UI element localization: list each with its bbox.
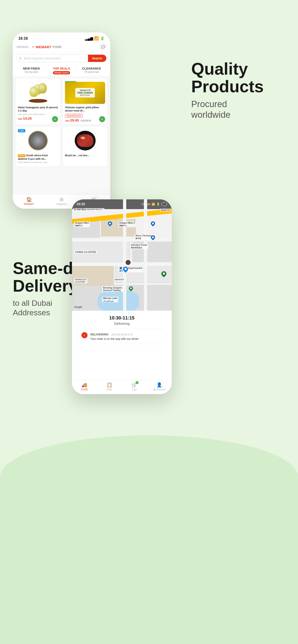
status-icons-1: ▂▄▆ 📶 🔋 [85, 36, 105, 40]
durian-currency: AED [65, 120, 69, 122]
tab-new-finds-sub: Our top picks [19, 71, 44, 73]
categories-nav-label: Categories [56, 203, 67, 206]
tagline-quality-main: QualityProducts [191, 60, 279, 95]
nav-wemart[interactable]: 🏠 WEMART [13, 196, 45, 206]
chat-button[interactable]: 💬 [100, 43, 107, 50]
nav2-account[interactable]: 👤 My Account [147, 382, 172, 391]
tagline-quality-products: QualityProducts Procuredworldwide [191, 60, 279, 120]
map-headphone-icon: 🎧 [161, 202, 167, 206]
tab-clearance[interactable]: CLEARANCE Till stocks last [77, 64, 107, 76]
beef-name: Brazil im... cut bee... [65, 154, 105, 157]
map-area: Street 1A Al Awir Road Dragon Mart购物中心 D… [72, 199, 172, 311]
map-background: Street 1A Al Awir Road Dragon Mart购物中心 D… [72, 199, 172, 311]
delivery-info: 10:30-11:15 Delivering ✓ DELIVERING 2023… [72, 311, 172, 349]
cart-nav2-label: Cart [132, 388, 136, 391]
import-badge: Import [18, 154, 26, 157]
delivery-tracking-card: ✓ DELIVERING 2023-09-08 08:19:12 Your or… [78, 329, 166, 344]
map-battery-icon: 🔋 [156, 202, 160, 206]
vert-road-1 [123, 199, 126, 311]
food-nav-label: FOOD [81, 388, 88, 391]
order-nav-icon: 📋 [107, 382, 112, 388]
search-input-wrapper: ⊡ Boat song fish new product Search [17, 54, 107, 62]
live-badge: Live [18, 129, 25, 132]
brand-area: WEMAR... ▼ WEMART FOOD [17, 45, 62, 49]
durian-save-badge: SaveAED10.00 [65, 114, 83, 118]
pear-currency: AED [18, 118, 22, 120]
map-label-emarati: EMARATI [114, 278, 125, 281]
map-label-warsan: Warsan Lakeبحيرة الورسان [102, 297, 118, 302]
user-location-pin [125, 259, 131, 266]
pear-add-button[interactable]: + [52, 116, 58, 122]
pear-image [18, 81, 58, 104]
search-placeholder: Boat song fish new product [24, 55, 88, 62]
account-nav-icon: 👤 [156, 382, 162, 388]
map-label-dragonmart2: Dragon Mart 2购物中心 [118, 222, 136, 227]
product-durian[interactable]: Organic WEMART 旺 KING DURIAN 榴莲自然成熟 Viet… [63, 79, 107, 124]
product-abalone[interactable]: Live ImportSouth africa fresh abalone 5 … [16, 127, 60, 167]
tagline-quality-sub: Procuredworldwide [191, 99, 279, 120]
tab-clearance-sub: Till stocks last [79, 71, 104, 73]
map-label-awir: Al Awir Road [73, 208, 88, 211]
beef-image [65, 129, 105, 152]
map-label-brewing: Brewing GadgetsGeneral Trading [102, 286, 123, 292]
tab-clearance-label: CLEARANCE [79, 67, 104, 70]
tab-top-deals-label: TOP DEALS [50, 67, 74, 70]
scan-icon: ⊡ [17, 54, 24, 62]
delivery-time-window: 10:30-11:15 [78, 315, 166, 320]
wemart-nav-icon: 🏠 [26, 196, 32, 202]
nav2-food[interactable]: 🚚 FOOD [72, 382, 97, 391]
wifi-icon: 📶 [94, 36, 99, 40]
map-time: 10:15 [77, 202, 85, 206]
nav2-cart[interactable]: 🛒 0 Cart [122, 382, 147, 391]
pear-name: Hebei huangguan pear (4 pieces) 1-1.3kg [18, 106, 58, 112]
tracking-status-dot: ✓ [82, 332, 88, 338]
map-label-astralux: Astralux Pools游泳池用品店 [130, 244, 148, 249]
tab-top-deals[interactable]: TOP DEALS Weekly savers [47, 64, 77, 76]
tracking-details: DELIVERING 2023-09-08 08:19:12 Your orde… [90, 332, 139, 340]
categories-nav-icon: ⊞ [60, 196, 64, 202]
map-signal-icon: 📶 [152, 202, 155, 206]
cart-count-badge: 0 [136, 381, 139, 384]
product-pear[interactable]: Hebei huangguan pear (4 pieces) 1-1.3kg … [16, 79, 60, 124]
account-nav-label: My Account [153, 388, 165, 391]
tertiary-road [72, 263, 172, 266]
map-building-5 [72, 264, 114, 288]
wemart-nav-label: WEMART [24, 203, 34, 206]
tab-new-finds[interactable]: NEW FINDS Our top picks [17, 64, 47, 76]
map-status-bar: 10:15 Cricket 📶 🔋 🎧 [72, 199, 172, 209]
phone-screen-delivery: Street 1A Al Awir Road Dragon Mart购物中心 D… [72, 199, 172, 349]
search-button[interactable]: Search [88, 55, 106, 62]
background-blob [0, 435, 298, 644]
map-marker-dragonmart2 [150, 220, 156, 226]
google-logo: Google [74, 306, 82, 308]
map-label-morocco: MOROCCOCLUSTER [74, 278, 87, 283]
tab-top-deals-badge: Weekly savers [53, 71, 70, 74]
tracking-datetime: 2023-09-08 08:19:12 [111, 333, 133, 336]
bottom-nav-2: 🚚 FOOD 📋 Order 🛒 0 Cart 👤 My Account [72, 380, 172, 394]
category-tabs: NEW FINDS Our top picks TOP DEALS Weekly… [13, 64, 110, 76]
brand-name-red: WEMART [36, 45, 52, 49]
map-label-dragonmart: Dragon Mart购物中心 [74, 222, 90, 227]
tracking-message: Your order is on the way with our driver… [90, 337, 139, 340]
delivery-status-text: Delivering [78, 322, 166, 326]
tracking-status-line: DELIVERING 2023-09-08 08:19:12 [90, 332, 139, 336]
battery-icon: 🔋 [100, 36, 105, 40]
tracking-status-label: DELIVERING [90, 333, 108, 336]
cart-badge-wrapper: 🛒 0 [131, 382, 137, 388]
app-header-1: WEMAR... ▼ WEMART FOOD 💬 [13, 42, 110, 52]
status-time-1: 16:16 [18, 36, 28, 40]
product-beef[interactable]: Brazil im... cut bee... [63, 127, 107, 167]
search-bar: ⊡ Boat song fish new product Search [13, 52, 110, 64]
map-label-street1a: Street 1A [160, 209, 171, 212]
durian-add-button[interactable]: + [99, 116, 105, 122]
abalone-hint: Fresh abalone is authentic seaf... [18, 161, 58, 164]
pear-hint: Tips: pears are called natural ... [18, 113, 58, 116]
map-label-muwaileh: Muwaileh Boys S... [86, 208, 104, 211]
durian-image: WEMART 旺 KING DURIAN 榴莲自然成熟 [65, 81, 105, 104]
brand-food-label: FOOD [53, 45, 62, 49]
nav2-order[interactable]: 📋 Order [97, 382, 122, 391]
durian-price-value: 29.00 [70, 118, 79, 122]
durian-name: Vietnam organic gold pillow durian meat … [65, 106, 105, 112]
secondary-road [72, 239, 172, 242]
abalone-name: ImportSouth africa fresh abalone 5 pcs w… [18, 154, 58, 161]
